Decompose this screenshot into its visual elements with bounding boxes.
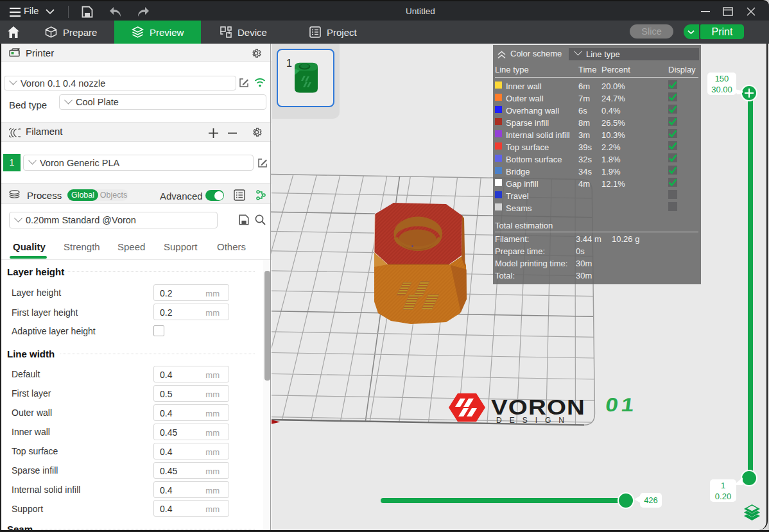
- svg-text:01: 01: [604, 394, 639, 416]
- svg-text:DESIGN: DESIGN: [496, 416, 572, 425]
